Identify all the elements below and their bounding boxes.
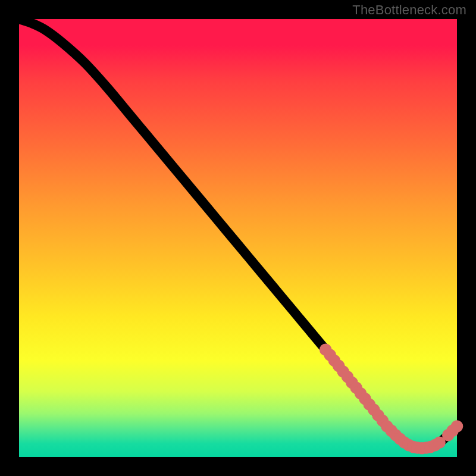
- watermark-text: TheBottleneck.com: [352, 2, 466, 18]
- bottleneck-curve: [19, 19, 457, 448]
- plot-area: [19, 19, 457, 457]
- chart-frame: TheBottleneck.com: [0, 0, 476, 476]
- chart-svg: [19, 19, 457, 457]
- marker-dot: [453, 422, 461, 430]
- marker-dot: [436, 439, 443, 446]
